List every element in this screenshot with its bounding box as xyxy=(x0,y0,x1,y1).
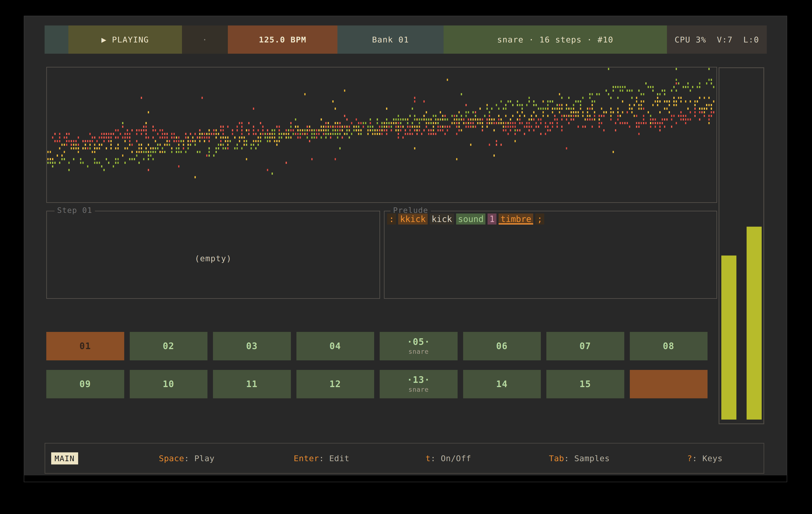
partials-visualizer-canvas xyxy=(47,67,717,202)
status-bar: MAIN Space: PlayEnter: Editt: On/OffTab:… xyxy=(45,443,764,474)
topbar-segment-track-info[interactable]: snare · 16 steps · #10 xyxy=(443,26,667,54)
hint-label: : Keys xyxy=(692,454,723,463)
prelude-panel: Prelude :kkickkicksound1timbre; xyxy=(384,211,717,299)
prelude-token-5[interactable]: timbre xyxy=(499,213,533,224)
hint-label: : Play xyxy=(184,454,214,463)
step-button-label: 12 xyxy=(329,379,341,389)
topbar-segment-cpu-stats: CPU 3% V:7 L:0 xyxy=(667,26,767,54)
step-button-label: 10 xyxy=(163,379,174,389)
step-button-label: 08 xyxy=(663,341,674,351)
step-button-label: 03 xyxy=(246,341,258,351)
step-button-10[interactable]: 10 xyxy=(130,370,208,398)
step-button-03[interactable]: 03 xyxy=(213,332,291,360)
hint-label: : Samples xyxy=(564,454,610,463)
hint-key: Enter xyxy=(294,454,319,463)
step-button-label: 15 xyxy=(579,379,591,389)
hint-key: Tab xyxy=(549,454,564,463)
partials-visualizer-panel xyxy=(46,67,717,203)
prelude-code-line[interactable]: :kkickkicksound1timbre; xyxy=(387,213,544,224)
step-button-01[interactable]: 01 xyxy=(46,332,124,360)
step-button-09[interactable]: 09 xyxy=(46,370,124,398)
topbar-segment-bpm-display[interactable]: 125.0 BPM xyxy=(228,26,338,54)
step-button-08[interactable]: 08 xyxy=(630,332,708,360)
step-empty-label: (empty) xyxy=(47,254,379,263)
step-button-sample-name: snare xyxy=(409,348,429,356)
step-button-label: 02 xyxy=(163,341,174,351)
mode-badge: MAIN xyxy=(51,452,78,464)
prelude-token-0[interactable]: : xyxy=(387,213,396,224)
topbar-segment-accent-block xyxy=(45,26,68,54)
prelude-token-2[interactable]: kick xyxy=(430,213,454,224)
step-button-label: 11 xyxy=(246,379,258,389)
step-button-02[interactable]: 02 xyxy=(130,332,208,360)
step-button-12[interactable]: 12 xyxy=(296,370,374,398)
hint-space: Space: Play xyxy=(159,454,215,463)
step-button-06[interactable]: 06 xyxy=(463,332,541,360)
step-button-13[interactable]: ·13·snare xyxy=(380,370,458,398)
step-button-16[interactable] xyxy=(630,370,708,398)
prelude-token-4[interactable]: 1 xyxy=(488,213,496,224)
hint-key: t xyxy=(426,454,431,463)
topbar-segment-bank-display[interactable]: Bank 01 xyxy=(338,26,443,54)
hint-t: t: On/Off xyxy=(426,454,471,463)
step-button-05[interactable]: ·05·snare xyxy=(380,332,458,360)
step-button-sample-name: snare xyxy=(409,386,429,393)
desktop: { "app": { "window_bg": "#282828", "wind… xyxy=(0,0,812,514)
hint-enter: Enter: Edit xyxy=(294,454,349,463)
hint-?: ?: Keys xyxy=(687,454,723,463)
step-button-label: ·05· xyxy=(407,337,430,347)
app-window: ▶ PLAYING·125.0 BPMBank 01snare · 16 ste… xyxy=(24,16,787,475)
hint-key: Space xyxy=(159,454,184,463)
step-button-label: 04 xyxy=(329,341,341,351)
step-button-label: 07 xyxy=(579,341,591,351)
meter-left xyxy=(721,255,736,420)
prelude-token-1[interactable]: kkick xyxy=(398,213,428,224)
transport-bar: ▶ PLAYING·125.0 BPMBank 01snare · 16 ste… xyxy=(45,26,767,54)
step-button-label: ·13· xyxy=(407,375,430,385)
step-button-11[interactable]: 11 xyxy=(213,370,291,398)
step-button-14[interactable]: 14 xyxy=(463,370,541,398)
step-button-label: 14 xyxy=(496,379,508,389)
prelude-title: Prelude xyxy=(390,206,431,215)
hint-label: : Edit xyxy=(319,454,349,463)
topbar-segment-transport-status[interactable]: ▶ PLAYING xyxy=(68,26,182,54)
prelude-token-6[interactable]: ; xyxy=(535,213,544,224)
step-button-label: 01 xyxy=(80,341,91,351)
step-button-07[interactable]: 07 xyxy=(546,332,624,360)
step-button-label: 09 xyxy=(80,379,91,389)
meter-right xyxy=(747,226,762,420)
prelude-token-3[interactable]: sound xyxy=(456,213,486,224)
step-button-15[interactable]: 15 xyxy=(546,370,624,398)
topbar-segment-separator-dot: · xyxy=(182,26,228,54)
app-window-frame: ▶ PLAYING·125.0 BPMBank 01snare · 16 ste… xyxy=(24,16,787,482)
steps-grid: 01020304·05·snare06070809101112·13·snare… xyxy=(46,332,707,398)
hint-label: : On/Off xyxy=(431,454,471,463)
hint-key: ? xyxy=(687,454,692,463)
level-meter-panel xyxy=(719,67,764,424)
hint-tab: Tab: Samples xyxy=(549,454,610,463)
step-button-label: 06 xyxy=(496,341,508,351)
step-button-04[interactable]: 04 xyxy=(296,332,374,360)
step-detail-title: Step 01 xyxy=(55,206,95,215)
step-detail-panel: Step 01 (empty) xyxy=(46,211,380,299)
